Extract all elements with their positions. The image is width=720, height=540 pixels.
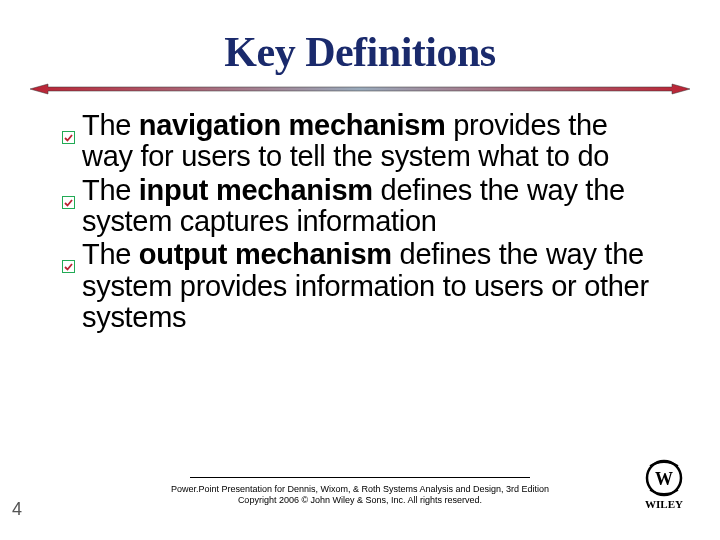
svg-text:W: W <box>655 469 673 489</box>
bullet-text-pre: The <box>82 109 139 141</box>
bullet-icon <box>62 248 75 261</box>
wiley-logo: W WILEY <box>636 456 692 512</box>
svg-rect-1 <box>63 132 75 144</box>
footer-text-line2: Copyright 2006 © John Wiley & Sons, Inc.… <box>90 495 630 506</box>
logo-label: WILEY <box>645 498 683 510</box>
bullet-list: The navigation mechanism provides the wa… <box>82 110 650 333</box>
title-divider <box>30 82 690 96</box>
bullet-icon <box>62 119 75 132</box>
bullet-text-bold: input mechanism <box>139 174 373 206</box>
bullet-item: The input mechanism defines the way the … <box>82 175 650 238</box>
bullet-text-pre: The <box>82 238 139 270</box>
svg-marker-0 <box>30 84 690 94</box>
bullet-item: The output mechanism defines the way the… <box>82 239 650 333</box>
bullet-text-bold: output mechanism <box>139 238 392 270</box>
slide-title: Key Definitions <box>0 28 720 76</box>
svg-rect-2 <box>63 196 75 208</box>
svg-rect-3 <box>63 261 75 273</box>
bullet-text-bold: navigation mechanism <box>139 109 446 141</box>
footer-divider <box>190 477 530 478</box>
page-number: 4 <box>12 499 22 520</box>
bullet-text-pre: The <box>82 174 139 206</box>
slide-footer: Power.Point Presentation for Dennis, Wix… <box>0 477 720 506</box>
bullet-item: The navigation mechanism provides the wa… <box>82 110 650 173</box>
footer-text-line1: Power.Point Presentation for Dennis, Wix… <box>90 484 630 495</box>
bullet-icon <box>62 184 75 197</box>
